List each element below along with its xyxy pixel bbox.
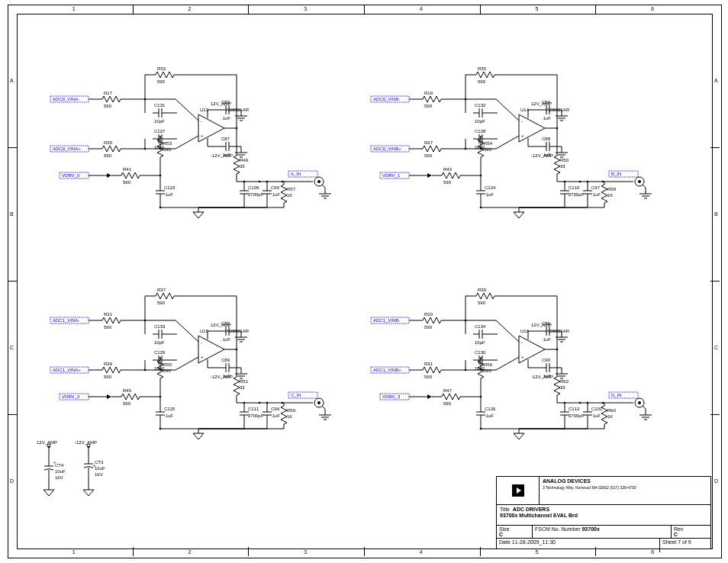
svg-text:+: + <box>521 134 524 138</box>
svg-text:16V: 16V <box>95 472 103 477</box>
svg-text:ADC1_VINB-: ADC1_VINB- <box>373 318 400 323</box>
svg-text:C125: C125 <box>164 407 176 411</box>
svg-text:590: 590 <box>157 79 166 84</box>
svg-point-100 <box>259 181 261 183</box>
tb-date: 11-28-2005_11:30 <box>512 539 556 545</box>
svg-point-559 <box>587 402 589 404</box>
svg-text:1K: 1K <box>607 193 613 198</box>
svg-point-135 <box>144 98 147 101</box>
svg-point-418 <box>243 402 246 404</box>
svg-text:R53: R53 <box>163 141 172 146</box>
svg-text:590: 590 <box>424 104 433 108</box>
svg-point-419 <box>266 402 269 404</box>
svg-point-558 <box>564 402 566 404</box>
svg-text:C110: C110 <box>569 185 580 190</box>
svg-line-130 <box>322 185 325 188</box>
svg-text:590: 590 <box>157 301 166 305</box>
tb-addr: 3 Technology Way, Norwood MA 02062 (617)… <box>543 485 636 490</box>
svg-text:R55: R55 <box>163 362 172 367</box>
svg-text:10pF: 10pF <box>154 119 165 124</box>
svg-text:C97: C97 <box>591 185 601 190</box>
svg-text:R35: R35 <box>478 66 487 71</box>
svg-text:590: 590 <box>104 153 112 158</box>
svg-text:33: 33 <box>560 385 565 390</box>
svg-text:2700pF: 2700pF <box>248 413 264 418</box>
svg-text:C127: C127 <box>154 129 166 134</box>
svg-text:10uF: 10uF <box>95 466 105 471</box>
svg-text:C128: C128 <box>475 129 486 134</box>
svg-text:R37: R37 <box>157 288 166 292</box>
svg-text:590: 590 <box>123 401 131 406</box>
svg-text:R49: R49 <box>240 158 249 162</box>
svg-text:C133: C133 <box>154 324 166 329</box>
svg-text:C111: C111 <box>248 407 259 411</box>
svg-point-136 <box>144 148 147 150</box>
svg-text:R33: R33 <box>157 66 166 71</box>
svg-point-415 <box>144 320 147 322</box>
title-block: ANALOG DEVICES 3 Technology Way, Norwood… <box>496 476 711 549</box>
svg-text:R17: R17 <box>104 91 113 95</box>
svg-text:.1uF: .1uF <box>542 374 551 378</box>
svg-line-270 <box>643 185 646 188</box>
svg-text:C84: C84 <box>542 100 551 105</box>
svg-text:C90: C90 <box>542 358 551 362</box>
svg-text:.1uF: .1uF <box>542 116 551 121</box>
svg-text:C126: C126 <box>485 407 496 411</box>
svg-text:VDRV_2: VDRV_2 <box>62 394 80 399</box>
circuit-ch0: ADC0_VINA-ADC0_VINA+VDRV_0R17590R25590R4… <box>46 46 343 244</box>
tb-number: 93700x <box>581 526 599 532</box>
svg-text:C123: C123 <box>164 185 176 190</box>
svg-text:590: 590 <box>478 301 486 305</box>
schematic-sheet: 112233445566AABBCCDD ADC0_VINA-ADC0_VINA… <box>0 0 728 563</box>
svg-text:R50: R50 <box>560 158 569 162</box>
svg-line-60 <box>176 136 198 149</box>
svg-text:10uF: 10uF <box>55 469 66 474</box>
svg-line-550 <box>643 406 646 409</box>
svg-text:C124: C124 <box>485 185 496 190</box>
svg-point-467 <box>480 369 482 372</box>
svg-text:C87: C87 <box>221 137 230 141</box>
svg-point-549 <box>638 401 641 404</box>
svg-text:590: 590 <box>123 180 131 185</box>
svg-text:.1uF: .1uF <box>164 192 173 197</box>
svg-text:1K: 1K <box>607 414 613 419</box>
svg-text:C95: C95 <box>271 185 280 190</box>
svg-text:R39: R39 <box>478 288 487 292</box>
svg-point-380 <box>259 402 261 404</box>
svg-point-196 <box>480 175 482 177</box>
svg-text:C89: C89 <box>221 358 230 362</box>
svg-text:590: 590 <box>443 401 452 406</box>
svg-text:VDRV_3: VDRV_3 <box>382 394 401 399</box>
svg-text:ADC1_VINB+: ADC1_VINB+ <box>373 368 401 372</box>
svg-text:ADC1_VINA+: ADC1_VINA+ <box>53 368 81 372</box>
svg-text:C99: C99 <box>271 407 280 411</box>
svg-text:-: - <box>521 119 523 124</box>
svg-text:C131: C131 <box>154 103 166 108</box>
svg-text:R47: R47 <box>443 388 453 393</box>
svg-text:.1uF: .1uF <box>591 192 601 197</box>
svg-text:2700pF: 2700pF <box>569 413 585 418</box>
svg-point-279 <box>587 181 589 183</box>
svg-text:B_IN: B_IN <box>611 172 621 176</box>
svg-text:C_IN: C_IN <box>291 393 301 397</box>
svg-text:R45: R45 <box>123 388 132 393</box>
svg-line-339 <box>176 320 198 342</box>
svg-text:.1uF: .1uF <box>221 116 230 121</box>
svg-text:VDRV_0: VDRV_0 <box>62 173 80 178</box>
svg-text:C132: C132 <box>475 103 486 108</box>
svg-text:33: 33 <box>560 164 565 169</box>
bulk-decoupling: 12V_AMP+CT410uF16V-12V_AMP+CT310uF16V <box>34 436 118 536</box>
svg-point-137 <box>159 207 162 209</box>
svg-text:R43: R43 <box>443 167 453 172</box>
tb-size: C <box>499 532 503 537</box>
svg-text:-: - <box>201 340 202 345</box>
svg-text:12V_AMP: 12V_AMP <box>37 440 57 445</box>
svg-text:.1uF: .1uF <box>542 337 551 342</box>
circuit-ch1: ADC0_VINB-ADC0_VINB+VDRV_1R19590R27590R4… <box>366 46 664 244</box>
svg-text:C130: C130 <box>475 350 486 355</box>
svg-text:D_IN: D_IN <box>611 393 622 397</box>
svg-point-555 <box>465 320 467 322</box>
svg-line-200 <box>496 136 519 149</box>
svg-text:C112: C112 <box>569 407 580 411</box>
svg-text:.1uF: .1uF <box>591 413 601 418</box>
